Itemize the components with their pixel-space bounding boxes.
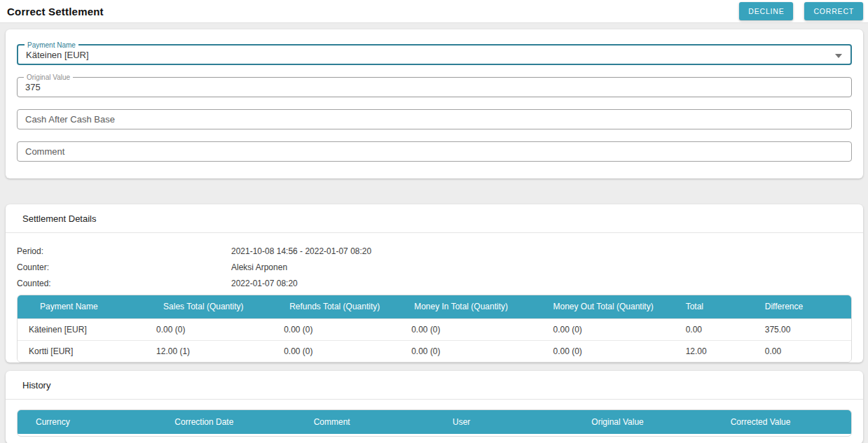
col-correction-date: Correction Date [156,410,295,434]
correction-form-card: Payment Name Käteinen [EUR] Original Val… [6,29,863,178]
cell-total: 0.00 [675,318,754,340]
header-actions: DECLINE CORRECT [739,2,863,20]
original-value-input [18,78,851,97]
counted-label: Counted: [17,279,231,288]
settlement-details-title: Settlement Details [6,204,863,233]
payment-name-select[interactable]: Payment Name Käteinen [EUR] [17,44,852,65]
counter-value: Aleksi Arponen [231,262,287,272]
cash-after-cash-base-input[interactable] [18,110,851,129]
page-title: Correct Settlement [7,6,104,17]
cash-after-cash-base-field-wrap [17,109,852,129]
comment-field-wrap [17,141,852,162]
cell-payment-name: Kortti [EUR] [18,340,145,362]
settlement-details-card: Settlement Details Period: 2021-10-08 14… [6,204,863,363]
counted-row: Counted: 2022-01-07 08:20 [17,279,852,288]
cell-money-in-total: 0.00 (0) [400,318,542,340]
col-sales-total: Sales Total (Quantity) [145,295,273,318]
settlement-table-header-row: Payment Name Sales Total (Quantity) Refu… [18,295,851,318]
period-value: 2021-10-08 14:56 - 2022-01-07 08:20 [231,246,371,256]
period-label: Period: [17,246,231,256]
correct-button[interactable]: CORRECT [804,2,863,20]
col-difference: Difference [754,295,851,318]
col-money-in-total: Money In Total (Quantity) [400,295,542,318]
col-corrected-value: Corrected Value [712,410,851,434]
period-row: Period: 2021-10-08 14:56 - 2022-01-07 08… [17,246,852,256]
counter-row: Counter: Aleksi Arponen [17,262,852,272]
table-row: Kortti [EUR] 12.00 (1) 0.00 (0) 0.00 (0)… [18,340,851,362]
cell-refunds-total: 0.00 (0) [273,318,400,340]
settlement-table-wrap: Payment Name Sales Total (Quantity) Refu… [17,295,852,363]
settlement-summary: Period: 2021-10-08 14:56 - 2022-01-07 08… [6,233,863,288]
col-user: User [434,410,573,434]
col-comment: Comment [296,410,434,434]
original-value-field-wrap: Original Value [17,77,852,97]
payment-name-label: Payment Name [25,41,78,49]
history-table: Currency Correction Date Comment User Or… [18,410,851,434]
cell-payment-name: Käteinen [EUR] [18,318,145,340]
col-payment-name: Payment Name [18,295,145,318]
cell-money-out-total: 0.00 (0) [542,318,674,340]
counter-label: Counter: [17,262,231,272]
original-value-label: Original Value [24,73,73,81]
cell-sales-total: 12.00 (1) [145,340,273,362]
cell-refunds-total: 0.00 (0) [273,340,400,362]
history-card: History Currency Correction Date Comment… [6,371,863,443]
comment-input[interactable] [18,142,851,161]
counted-value: 2022-01-07 08:20 [231,279,298,288]
cell-total: 12.00 [675,340,754,362]
top-bar: Correct Settlement DECLINE CORRECT [0,0,868,23]
history-title: History [6,371,863,400]
settlement-table: Payment Name Sales Total (Quantity) Refu… [18,295,851,362]
cell-difference: 0.00 [754,340,851,362]
col-total: Total [675,295,754,318]
col-original-value: Original Value [573,410,712,434]
cell-money-out-total: 0.00 (0) [542,340,674,362]
history-table-wrap: Currency Correction Date Comment User Or… [17,409,852,437]
cell-difference: 375.00 [754,318,851,340]
col-currency: Currency [18,410,156,434]
payment-name-value: Käteinen [EUR] [18,50,97,60]
table-row: Käteinen [EUR] 0.00 (0) 0.00 (0) 0.00 (0… [18,318,851,340]
cell-money-in-total: 0.00 (0) [400,340,542,362]
col-money-out-total: Money Out Total (Quantity) [542,295,674,318]
col-refunds-total: Refunds Total (Quantity) [273,295,400,318]
decline-button[interactable]: DECLINE [739,2,793,20]
cell-sales-total: 0.00 (0) [145,318,273,340]
history-table-header-row: Currency Correction Date Comment User Or… [18,410,851,434]
chevron-down-icon [835,54,842,58]
